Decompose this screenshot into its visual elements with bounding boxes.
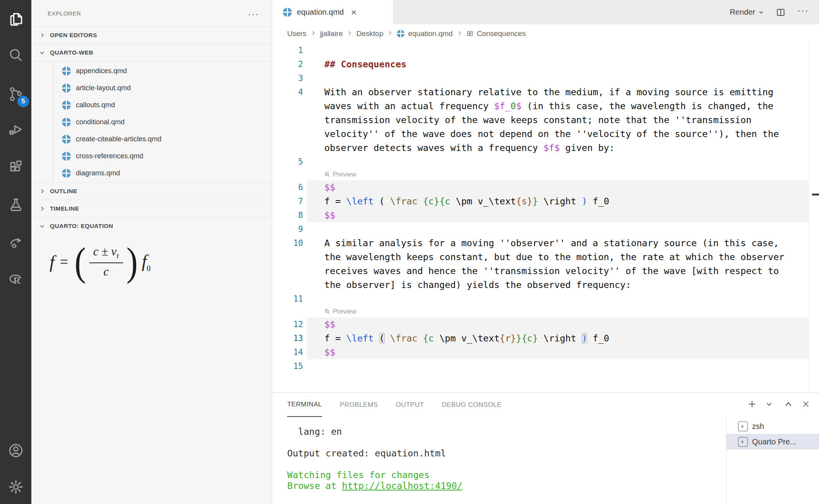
code-editor[interactable]: 12## Consequences34With an observer stat… — [272, 43, 819, 393]
file-name: callouts.qmd — [76, 101, 115, 109]
chevron-right-icon — [347, 29, 353, 38]
line-number — [272, 278, 307, 292]
source-control-badge: 5 — [17, 96, 29, 107]
preview-codelens[interactable]: Preview — [324, 169, 356, 180]
line-number — [272, 99, 307, 113]
panel-tab-debug-console[interactable]: DEBUG CONSOLE — [442, 393, 502, 417]
extensions-icon[interactable] — [0, 156, 31, 179]
line-number — [272, 141, 307, 155]
panel-tabs: TERMINALPROBLEMSOUTPUTDEBUG CONSOLE — [272, 393, 819, 417]
file-item[interactable]: appendices.qmd — [31, 62, 272, 79]
section-open-editors[interactable]: OPEN EDITORS — [31, 26, 272, 44]
editor-line[interactable]: 6$$ — [272, 180, 819, 194]
editor-more-actions-icon[interactable]: ··· — [797, 10, 809, 14]
editor-line[interactable]: 15 — [272, 359, 819, 373]
line-number: 9 — [272, 222, 307, 236]
terminal-line: lang: en — [287, 426, 463, 437]
terminal-icon — [738, 422, 748, 431]
line-number — [272, 264, 307, 278]
editor-line[interactable]: 12$$ — [272, 317, 819, 331]
explorer-more-actions-icon[interactable]: ··· — [248, 9, 259, 19]
line-number: 1 — [272, 43, 307, 57]
source-control-icon[interactable]: 5 — [0, 82, 31, 106]
editor-line[interactable]: 4With an observer stationary relative to… — [272, 85, 819, 99]
close-tab-icon[interactable] — [350, 9, 358, 16]
editor-line[interactable]: 2## Consequences — [272, 57, 819, 71]
section-quarto-web[interactable]: QUARTO-WEB — [31, 44, 272, 61]
editor-line[interactable]: 7f = \left ( \frac {c}{c \pm v_\text{s}}… — [272, 194, 819, 208]
breadcrumb-item[interactable]: equation.qmd — [383, 29, 452, 38]
editor-line[interactable]: transmission velocity of the wave keeps … — [272, 113, 819, 127]
new-terminal-icon[interactable] — [747, 399, 757, 411]
line-number: 4 — [272, 85, 307, 99]
editor-line[interactable]: the observer] is changed) yields the obs… — [272, 278, 819, 292]
file-item[interactable]: create-citeable-articles.qmd — [31, 130, 272, 147]
editor-line[interactable]: 9 — [272, 222, 819, 236]
editor-line[interactable]: waves with an actual frequency $f_0$ (in… — [272, 99, 819, 113]
editor-line[interactable]: 10A similar analysis for a moving ''obse… — [272, 236, 819, 250]
run-debug-icon[interactable] — [0, 118, 31, 141]
render-button[interactable]: Render — [730, 8, 764, 17]
file-item[interactable]: diagrams.qmd — [31, 165, 272, 182]
terminal-line: Output created: equation.html — [287, 448, 463, 459]
split-editor-icon[interactable] — [776, 7, 786, 17]
scrollbar-track[interactable] — [809, 43, 809, 393]
file-item[interactable]: conditional.qmd — [31, 113, 272, 130]
terminal-line: Watching files for changes — [287, 470, 463, 480]
editor-line[interactable]: 14$$ — [272, 345, 819, 359]
terminal-instance-zsh[interactable]: zsh — [726, 418, 819, 434]
chevron-down-icon — [39, 223, 45, 229]
editor-line[interactable]: 11 — [272, 292, 819, 306]
breadcrumb-item[interactable]: jjallaire — [307, 29, 343, 38]
section-symbol-icon — [466, 30, 474, 37]
tab-equation-qmd[interactable]: equation.qmd — [272, 0, 393, 24]
editor-group: equation.qmd Render ··· UsersjjallaireDe… — [272, 0, 819, 504]
file-name: appendices.qmd — [76, 67, 127, 75]
quarto-equation-preview: f = ( c ± vr c ) f0 — [50, 245, 272, 279]
quarto-file-icon — [62, 152, 71, 161]
line-number: 3 — [272, 71, 307, 85]
editor-line[interactable]: 3 — [272, 71, 819, 85]
preview-codelens[interactable]: Preview — [324, 306, 356, 317]
terminal-instance-quarto-pre-[interactable]: Quarto Pre... — [726, 434, 819, 449]
editor-line[interactable]: 8$$ — [272, 208, 819, 222]
section-quarto-equation[interactable]: QUARTO: EQUATION — [31, 217, 272, 235]
editor-line[interactable]: 13f = \left ( \frac {c \pm v_\text{r}}{c… — [272, 331, 819, 345]
terminal-list: zshQuarto Pre... — [726, 417, 819, 504]
file-name: diagrams.qmd — [76, 169, 120, 177]
terminal-link[interactable]: http://localhost:4190/ — [342, 480, 462, 491]
publish-icon[interactable] — [0, 231, 31, 254]
codelens-row: Preview — [272, 169, 819, 180]
quarto-file-icon — [62, 169, 71, 178]
close-panel-icon[interactable] — [801, 399, 810, 410]
editor-line[interactable]: 1 — [272, 43, 819, 57]
editor-line[interactable]: the wavelength keeps constant, but due t… — [272, 250, 819, 264]
panel-tab-output[interactable]: OUTPUT — [396, 393, 424, 417]
panel-tab-terminal[interactable]: TERMINAL — [287, 393, 322, 417]
section-timeline[interactable]: TIMELINE — [31, 200, 272, 217]
editor-line[interactable]: velocity'' of the wave does not depend o… — [272, 127, 819, 141]
editor-line[interactable]: observer detects waves with a frequency … — [272, 141, 819, 155]
breadcrumb-item[interactable]: Consequences — [453, 29, 526, 38]
file-item[interactable]: callouts.qmd — [31, 96, 272, 113]
search-icon[interactable] — [0, 43, 31, 67]
test-beaker-icon[interactable] — [0, 193, 31, 216]
file-item[interactable]: cross-references.qmd — [31, 147, 272, 165]
explorer-sidebar: EXPLORER ··· OPEN EDITORS QUARTO-WEB app… — [31, 0, 272, 504]
editor-line[interactable]: 5 — [272, 155, 819, 169]
r-language-icon[interactable]: R — [0, 268, 31, 291]
explorer-icon[interactable] — [0, 8, 31, 31]
settings-gear-icon[interactable] — [0, 475, 31, 499]
line-number: 12 — [272, 317, 307, 331]
breadcrumb-item[interactable]: Desktop — [343, 29, 384, 38]
section-outline[interactable]: OUTLINE — [31, 182, 272, 200]
terminal-picker-chevron-icon[interactable] — [766, 401, 773, 409]
quarto-file-icon — [62, 118, 71, 127]
chevron-right-icon — [39, 32, 45, 38]
panel-tab-problems[interactable]: PROBLEMS — [340, 393, 378, 417]
file-item[interactable]: article-layout.qmd — [31, 79, 272, 96]
maximize-panel-icon[interactable] — [784, 400, 793, 410]
account-icon[interactable] — [0, 439, 31, 462]
editor-line[interactable]: receives waves and hence the ''transmiss… — [272, 264, 819, 278]
breadcrumb-item[interactable]: Users — [287, 29, 307, 38]
